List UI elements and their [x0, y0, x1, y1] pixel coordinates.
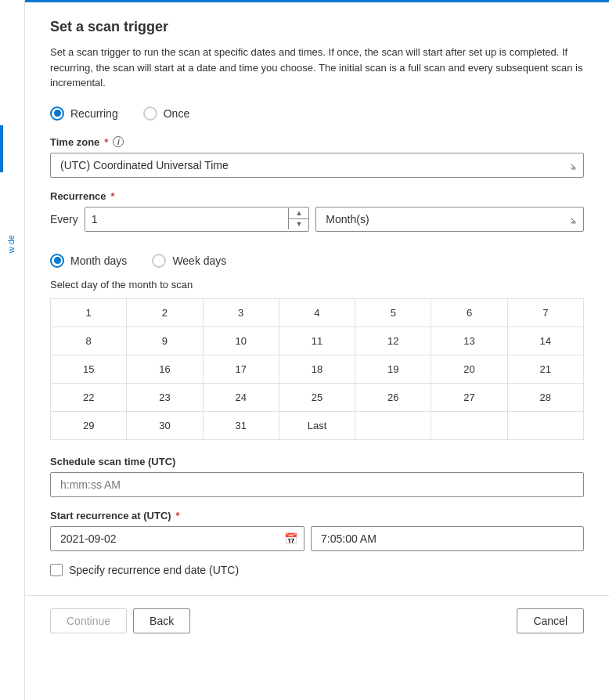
day-17[interactable]: 17 [203, 355, 279, 383]
week-days-radio-circle[interactable] [152, 254, 166, 268]
once-radio-circle[interactable] [143, 106, 157, 121]
footer: Continue Back Cancel [50, 596, 584, 646]
period-dropdown[interactable]: Month(s) Day(s) Week(s) Year(s) [315, 207, 584, 232]
calendar-row-5: 29 30 31 Last [51, 411, 584, 439]
every-number-input[interactable] [85, 207, 289, 231]
schedule-label: Schedule scan time (UTC) [50, 456, 584, 467]
day-27[interactable]: 27 [431, 383, 507, 411]
calendar-row-2: 8 9 10 11 12 13 14 [51, 327, 584, 355]
day-last[interactable]: Last [279, 411, 355, 439]
timezone-info-icon[interactable]: i [113, 136, 124, 147]
page-description: Set a scan trigger to run the scan at sp… [50, 45, 584, 91]
timezone-dropdown[interactable]: (UTC) Coordinated Universal Time [50, 153, 584, 178]
schedule-time-input[interactable] [50, 472, 584, 497]
calendar-icon[interactable]: 📅 [278, 532, 304, 545]
timezone-required: * [104, 136, 108, 148]
day-8[interactable]: 8 [51, 327, 127, 355]
recurring-label: Recurring [70, 107, 118, 120]
day-1[interactable]: 1 [51, 298, 127, 327]
day-30[interactable]: 30 [127, 411, 203, 439]
calendar-grid: 1 2 3 4 5 6 7 8 9 10 11 12 13 14 [50, 298, 584, 440]
month-days-radio[interactable]: Month days [50, 254, 127, 268]
top-accent-bar [0, 0, 609, 2]
day-23[interactable]: 23 [127, 383, 203, 411]
day-6[interactable]: 6 [431, 298, 507, 327]
start-recurrence-required: * [176, 510, 180, 521]
once-radio[interactable]: Once [143, 106, 189, 121]
day-25[interactable]: 25 [279, 383, 355, 411]
date-input-wrapper: 📅 [50, 526, 304, 551]
end-date-checkbox[interactable] [50, 564, 63, 576]
calendar-row-4: 22 23 24 25 26 27 28 [51, 383, 584, 411]
recurrence-row: Every ▲ ▼ Month(s) Day(s) Week(s) Year(s… [50, 207, 584, 232]
date-input[interactable] [51, 527, 278, 550]
day-22[interactable]: 22 [51, 383, 127, 411]
sidebar-link-text[interactable]: w de [6, 235, 16, 253]
day-19[interactable]: 19 [355, 355, 431, 383]
day-empty-3 [507, 411, 583, 439]
day-9[interactable]: 9 [127, 327, 203, 355]
start-recurrence-label: Start recurrence at (UTC) * [50, 510, 584, 521]
calendar-row-3: 15 16 17 18 19 20 21 [51, 355, 584, 383]
recurrence-section: Recurrence * Every ▲ ▼ Month(s) Day(s) [50, 190, 584, 241]
recurrence-required: * [111, 190, 115, 202]
day-28[interactable]: 28 [507, 383, 583, 411]
every-label: Every [50, 213, 78, 226]
day-20[interactable]: 20 [431, 355, 507, 383]
week-days-label: Week days [172, 254, 226, 267]
calendar-row-1: 1 2 3 4 5 6 7 [51, 298, 584, 327]
day-26[interactable]: 26 [355, 383, 431, 411]
period-dropdown-wrapper: Month(s) Day(s) Week(s) Year(s) ⦥ [315, 207, 584, 232]
once-label: Once [164, 107, 189, 120]
month-days-radio-circle[interactable] [50, 254, 64, 268]
page-title: Set a scan trigger [50, 19, 584, 35]
month-days-label: Month days [70, 254, 127, 267]
timezone-label: Time zone * i [50, 136, 584, 148]
schedule-section: Schedule scan time (UTC) [50, 456, 584, 497]
day-24[interactable]: 24 [203, 383, 279, 411]
day-21[interactable]: 21 [507, 355, 583, 383]
day-16[interactable]: 16 [127, 355, 203, 383]
end-date-label: Specify recurrence end date (UTC) [69, 564, 239, 576]
day-7[interactable]: 7 [507, 298, 583, 327]
scan-type-group: Recurring Once [50, 106, 584, 121]
day-empty-1 [355, 411, 431, 439]
day-5[interactable]: 5 [355, 298, 431, 327]
end-date-row: Specify recurrence end date (UTC) [50, 564, 584, 576]
spin-down-button[interactable]: ▼ [289, 219, 308, 229]
day-18[interactable]: 18 [279, 355, 355, 383]
day-15[interactable]: 15 [51, 355, 127, 383]
start-recurrence-row: 📅 [50, 526, 584, 551]
day-3[interactable]: 3 [203, 298, 279, 327]
day-11[interactable]: 11 [279, 327, 355, 355]
day-29[interactable]: 29 [51, 411, 127, 439]
day-12[interactable]: 12 [355, 327, 431, 355]
day-4[interactable]: 4 [279, 298, 355, 327]
continue-button[interactable]: Continue [50, 608, 127, 633]
day-type-group: Month days Week days [50, 254, 584, 268]
recurring-radio-circle[interactable] [50, 106, 64, 121]
main-content: Set a scan trigger Set a scan trigger to… [25, 0, 609, 700]
left-sidebar: w de [0, 0, 25, 700]
every-number-wrapper: ▲ ▼ [85, 207, 310, 232]
week-days-radio[interactable]: Week days [152, 254, 226, 268]
timezone-dropdown-wrapper: (UTC) Coordinated Universal Time ⦥ [50, 153, 584, 178]
day-14[interactable]: 14 [507, 327, 583, 355]
day-10[interactable]: 10 [203, 327, 279, 355]
recurrence-label: Recurrence * [50, 190, 584, 202]
recurring-radio[interactable]: Recurring [50, 106, 118, 121]
left-bar-accent [0, 125, 3, 172]
day-31[interactable]: 31 [203, 411, 279, 439]
day-2[interactable]: 2 [127, 298, 203, 327]
cancel-button[interactable]: Cancel [517, 608, 584, 633]
back-button[interactable]: Back [133, 608, 190, 633]
spin-buttons: ▲ ▼ [288, 208, 308, 229]
day-13[interactable]: 13 [431, 327, 507, 355]
calendar-subtitle: Select day of the month to scan [50, 279, 584, 290]
start-time-input[interactable] [311, 526, 584, 551]
spin-up-button[interactable]: ▲ [289, 208, 308, 219]
day-empty-2 [431, 411, 507, 439]
